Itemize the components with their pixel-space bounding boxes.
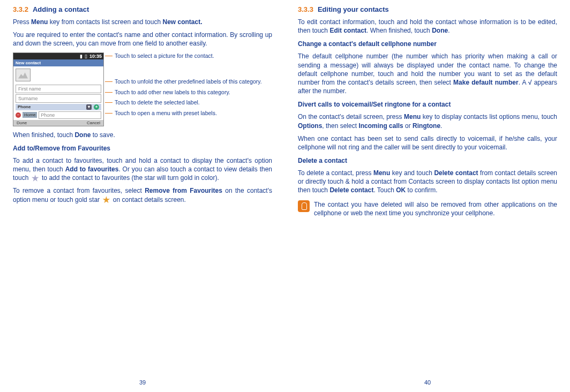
chevron-down-icon[interactable]: ▾	[86, 104, 92, 110]
plus-icon[interactable]: +	[94, 104, 99, 110]
paragraph: To remove a contact from favourites, sel…	[13, 186, 272, 203]
paragraph: You are required to enter the contact's …	[13, 31, 272, 48]
bottom-bar: DoneCancel	[13, 120, 103, 126]
preset-label[interactable]: Home	[22, 112, 37, 118]
paragraph: The default cellphone number (the number…	[298, 52, 557, 95]
subheading: Divert calls to voicemail/Set ringtone f…	[298, 101, 557, 108]
annotation: Touch to delete the selected label.	[108, 99, 262, 106]
paragraph: To delete a contact, press Menu key and …	[298, 169, 557, 195]
paragraph: To edit contact information, touch and h…	[298, 18, 557, 35]
minus-icon[interactable]: −	[16, 112, 21, 118]
paragraph: To add a contact to favourites, touch an…	[13, 156, 272, 183]
section-number: 3.3.2	[13, 5, 28, 13]
page-number: 39	[13, 379, 272, 386]
subheading: Change a contact's default cellphone num…	[298, 40, 557, 48]
done-button[interactable]: Done	[17, 120, 27, 125]
tip-block: The contact you have deleted will also b…	[298, 200, 557, 217]
annotation: Touch to open a menu with preset labels.	[108, 110, 262, 117]
paragraph: Press Menu key from contacts list screen…	[13, 18, 272, 26]
cancel-button[interactable]: Cancel	[87, 120, 100, 125]
screenshot-with-annotations: ▮▯10:35 New contact First name Surname P…	[13, 52, 272, 126]
screen-title: New contact	[13, 59, 103, 66]
subheading: Add to/Remove from Favourites	[13, 145, 272, 152]
annotation: Touch to select a picture for the contac…	[108, 52, 262, 59]
section-title: Adding a contact	[33, 5, 89, 13]
check-icon: √	[528, 79, 532, 86]
section-heading: 3.3.2 Adding a contact	[13, 5, 272, 13]
phone-input[interactable]: Phone	[39, 111, 101, 119]
phone-category-label[interactable]: Phone▾+	[16, 104, 101, 110]
clock: 10:35	[89, 54, 102, 59]
section-title: Editing your contacts	[318, 5, 389, 13]
paragraph: On the contact's detail screen, press Me…	[298, 112, 557, 130]
page-number: 40	[298, 379, 557, 386]
paragraph: When one contact has been set to send ca…	[298, 134, 557, 152]
annotation: Touch to add other new labels to this ca…	[108, 89, 262, 96]
annotation: Touch to unfold the other predefined lab…	[108, 78, 262, 85]
tip-text: The contact you have deleted will also b…	[314, 200, 557, 217]
page-left: 3.3.2 Adding a contact Press Menu key fr…	[0, 0, 285, 392]
annotations: Touch to select a picture for the contac…	[108, 52, 262, 120]
page-right: 3.3.3 Editing your contacts To edit cont…	[285, 0, 570, 392]
contact-picture-placeholder[interactable]	[16, 69, 31, 81]
gold-star-icon	[102, 196, 110, 203]
subheading: Delete a contact	[298, 157, 557, 164]
phone-screenshot: ▮▯10:35 New contact First name Surname P…	[13, 52, 104, 126]
star-icon	[32, 175, 39, 182]
surname-field[interactable]: Surname	[16, 94, 101, 103]
signal-icon: ▮	[80, 54, 82, 59]
status-bar: ▮▯10:35	[13, 53, 103, 59]
paragraph: When finished, touch Done to save.	[13, 131, 272, 139]
section-number: 3.3.3	[298, 5, 313, 13]
first-name-field[interactable]: First name	[16, 85, 101, 93]
lightbulb-icon	[298, 200, 310, 212]
phone-row: − Home Phone	[16, 111, 101, 119]
section-heading: 3.3.3 Editing your contacts	[298, 5, 557, 13]
battery-icon: ▯	[85, 54, 87, 59]
